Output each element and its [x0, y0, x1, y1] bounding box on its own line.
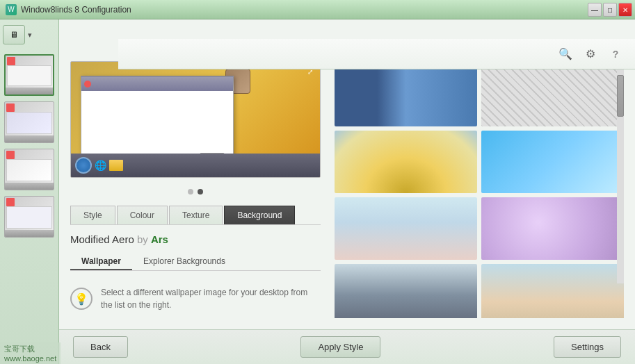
minimize-button[interactable]: —	[588, 3, 602, 17]
window-title: Window8linds 8 Configuration	[21, 5, 131, 15]
skin-red-indicator	[7, 57, 15, 65]
skin4-indicator	[6, 198, 15, 206]
sidebar-skin-4[interactable]	[4, 196, 54, 238]
sidebar: 🖥 ▾	[0, 19, 59, 364]
wallpaper-thumb-3[interactable]	[335, 131, 477, 193]
sidebar-skin-2[interactable]	[4, 101, 54, 143]
skin3-indicator	[6, 151, 15, 159]
window-controls: — □ ✕	[588, 3, 632, 17]
wallpaper-grid	[332, 61, 624, 318]
wallpaper-thumb-1[interactable]	[335, 64, 477, 126]
apply-style-button[interactable]: Apply Style	[300, 336, 380, 358]
app-icon: W	[6, 4, 17, 15]
header-bar: 🔍 ⚙ ?	[118, 39, 635, 69]
scrollbar-track[interactable]	[617, 61, 624, 283]
wallpaper-thumb-5[interactable]	[335, 197, 477, 260]
preview-taskbar: 🌐	[71, 154, 320, 177]
search-icon[interactable]: 🔍	[557, 46, 574, 63]
skin2-inner	[6, 112, 52, 134]
dot-2[interactable]	[198, 189, 203, 195]
content-area: 🔍 ⚙ ? ⤢ Shut down ▶	[59, 19, 635, 364]
preview-start-button	[75, 157, 92, 174]
skin2-indicator	[6, 104, 15, 112]
watermark: 宝哥下载 www.baoge.net	[0, 342, 61, 364]
sub-tabs: Wallpaper Explorer Backgrounds	[70, 254, 321, 271]
settings-icon[interactable]: ⚙	[582, 46, 599, 63]
tab-texture[interactable]: Texture	[169, 206, 223, 224]
sidebar-icon-button[interactable]: 🖥	[3, 25, 25, 44]
title-bar: W Window8linds 8 Configuration — □ ✕	[0, 0, 635, 19]
wallpaper-thumb-2[interactable]	[481, 64, 624, 126]
scrollbar-thumb[interactable]	[617, 75, 624, 117]
sub-tab-explorer[interactable]: Explorer Backgrounds	[132, 254, 236, 270]
skin-title: Modified Aero by Ars	[70, 233, 321, 245]
window-close-dot	[84, 81, 91, 88]
close-button[interactable]: ✕	[618, 3, 632, 17]
main-container: 🖥 ▾ 🔍 ⚙ ?	[0, 19, 635, 364]
help-icon[interactable]: ?	[607, 46, 624, 63]
wallpaper-thumb-7[interactable]	[335, 264, 477, 318]
preview-box: ⤢ Shut down ▶ 🌐	[70, 61, 321, 178]
sidebar-skin-1[interactable]	[4, 54, 54, 96]
action-bar: Back Apply Style Settings	[59, 329, 635, 364]
tab-colour[interactable]: Colour	[117, 206, 168, 224]
skin4-inner	[6, 206, 52, 229]
preview-indicator	[70, 186, 321, 197]
wallpaper-thumb-6[interactable]	[481, 197, 624, 260]
skin-bar	[6, 88, 53, 94]
skin-inner	[7, 65, 51, 86]
wallpaper-text: Select a different wallpaper image for y…	[101, 286, 321, 311]
tab-style[interactable]: Style	[70, 206, 115, 224]
watermark-line2: www.baoge.net	[4, 354, 56, 363]
wallpaper-scroll	[332, 61, 624, 318]
skin-author: Ars	[151, 233, 168, 245]
skin2-bar	[5, 135, 54, 142]
wallpaper-description: 💡 Select a different wallpaper image for…	[70, 279, 321, 318]
wallpaper-thumb-4[interactable]	[481, 131, 624, 193]
back-button[interactable]: Back	[73, 336, 128, 358]
wallpaper-thumb-8[interactable]	[481, 264, 624, 318]
settings-button[interactable]: Settings	[554, 336, 621, 358]
preview-ie-icon: 🌐	[95, 160, 106, 171]
skin-panel: ⤢ Shut down ▶ 🌐	[70, 61, 321, 318]
sidebar-dropdown-arrow[interactable]: ▾	[28, 31, 32, 40]
skin3-bar	[5, 183, 54, 190]
sub-tab-wallpaper[interactable]: Wallpaper	[70, 254, 132, 270]
sidebar-top-controls: 🖥 ▾	[3, 25, 56, 44]
tab-background[interactable]: Background	[224, 206, 295, 224]
skin-title-text: Modified Aero	[70, 233, 134, 245]
preview-folder-icon	[109, 160, 123, 171]
maximize-button[interactable]: □	[603, 3, 617, 17]
tab-bar: Style Colour Texture Background	[70, 206, 321, 225]
watermark-line1: 宝哥下载	[4, 344, 56, 354]
dot-1[interactable]	[188, 189, 193, 195]
sidebar-skin-3[interactable]	[4, 149, 54, 190]
skin4-bar	[5, 230, 54, 237]
skin-author-prefix: by	[137, 233, 148, 245]
bulb-icon: 💡	[70, 288, 93, 310]
skin3-inner	[6, 159, 52, 181]
content-body: ⤢ Shut down ▶ 🌐	[59, 50, 635, 329]
